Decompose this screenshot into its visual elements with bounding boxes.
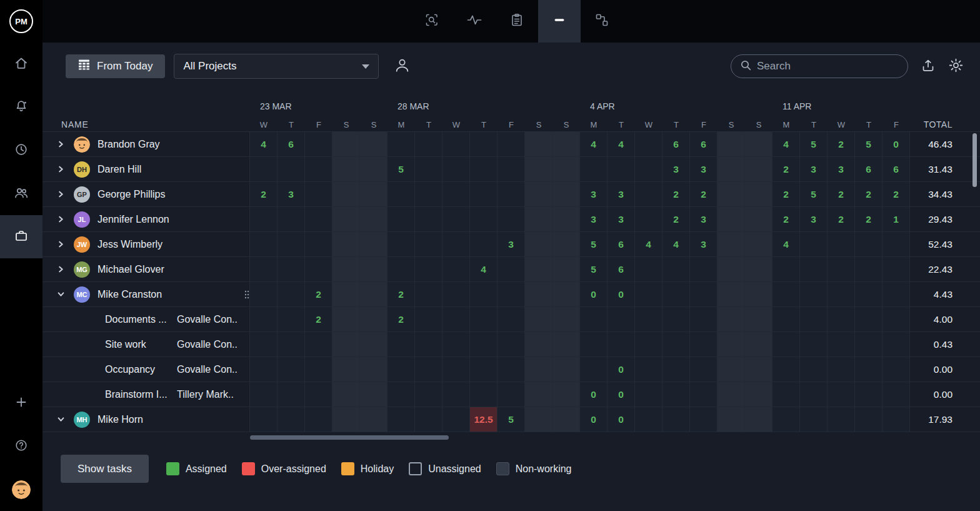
load-cell[interactable]: [718, 232, 745, 256]
expand-chevron-icon[interactable]: [52, 166, 69, 173]
load-cell[interactable]: 5: [855, 132, 882, 156]
load-cell[interactable]: 2: [855, 182, 882, 206]
load-cell[interactable]: [635, 207, 662, 231]
load-cell[interactable]: [442, 332, 470, 357]
load-cell[interactable]: [718, 182, 745, 206]
load-cell[interactable]: [552, 182, 580, 206]
sidebar-item-notifications[interactable]: [0, 86, 42, 129]
load-cell[interactable]: 0: [580, 407, 608, 432]
load-cell[interactable]: 2: [828, 207, 855, 231]
load-cell[interactable]: [332, 132, 360, 156]
load-cell[interactable]: [360, 132, 388, 156]
add-button[interactable]: [0, 382, 42, 425]
expand-chevron-icon[interactable]: [52, 191, 69, 198]
load-cell[interactable]: [635, 307, 662, 331]
load-cell[interactable]: [662, 332, 690, 357]
load-cell[interactable]: [552, 257, 580, 281]
load-cell[interactable]: [772, 282, 800, 306]
tab-workflow[interactable]: [581, 0, 623, 43]
load-cell[interactable]: [332, 207, 360, 231]
load-cell[interactable]: 3: [580, 182, 608, 206]
load-cell[interactable]: 2: [828, 132, 855, 156]
load-cell[interactable]: [525, 132, 552, 156]
load-cell[interactable]: 4: [250, 132, 278, 156]
load-cell[interactable]: [442, 407, 470, 432]
export-button[interactable]: [921, 59, 935, 74]
load-cell[interactable]: [745, 357, 772, 382]
load-cell[interactable]: [882, 232, 910, 256]
load-cell[interactable]: [718, 357, 745, 382]
load-cell[interactable]: [772, 407, 800, 432]
load-cell[interactable]: [250, 207, 278, 231]
vertical-scrollbar[interactable]: [972, 133, 977, 187]
load-cell[interactable]: [332, 357, 360, 382]
load-cell[interactable]: [388, 232, 415, 256]
load-cell[interactable]: [855, 407, 882, 432]
load-cell[interactable]: [388, 132, 415, 156]
load-cell[interactable]: 2: [772, 182, 800, 206]
load-cell[interactable]: [828, 407, 855, 432]
load-cell[interactable]: [388, 207, 415, 231]
tab-activity[interactable]: [453, 0, 496, 43]
load-cell[interactable]: [305, 132, 332, 156]
load-cell[interactable]: 4: [470, 257, 498, 281]
load-cell[interactable]: 0: [608, 407, 635, 432]
load-cell[interactable]: [332, 382, 360, 407]
load-cell[interactable]: [332, 332, 360, 357]
load-cell[interactable]: [745, 282, 772, 306]
load-cell[interactable]: [772, 332, 800, 357]
load-cell[interactable]: 4: [662, 232, 690, 256]
load-cell[interactable]: [800, 382, 828, 407]
load-cell[interactable]: [360, 332, 388, 357]
load-cell[interactable]: 5: [580, 232, 608, 256]
load-cell[interactable]: [882, 382, 910, 407]
load-cell[interactable]: 2: [690, 182, 718, 206]
load-cell[interactable]: 0: [608, 357, 635, 382]
task-row[interactable]: Documents ...Govalle Con..224.00: [42, 307, 980, 332]
expand-chevron-icon[interactable]: [52, 416, 69, 423]
load-cell[interactable]: [470, 207, 498, 231]
resource-row[interactable]: JLJennifer Lennon33232322129.43: [42, 207, 980, 232]
load-cell[interactable]: [498, 282, 525, 306]
load-cell[interactable]: [415, 182, 442, 206]
load-cell[interactable]: [305, 407, 332, 432]
load-cell[interactable]: [278, 232, 305, 256]
load-cell[interactable]: [608, 157, 635, 181]
load-cell[interactable]: [305, 382, 332, 407]
load-cell[interactable]: 2: [305, 307, 332, 331]
load-cell[interactable]: [278, 282, 305, 306]
load-cell[interactable]: [882, 332, 910, 357]
load-cell[interactable]: [442, 357, 470, 382]
load-cell[interactable]: [442, 282, 470, 306]
load-cell[interactable]: [690, 357, 718, 382]
load-cell[interactable]: [718, 332, 745, 357]
load-cell[interactable]: [360, 282, 388, 306]
load-cell[interactable]: 2: [855, 207, 882, 231]
load-cell[interactable]: 2: [388, 307, 415, 331]
load-cell[interactable]: 3: [690, 207, 718, 231]
expand-chevron-icon[interactable]: [52, 216, 69, 223]
load-cell[interactable]: [360, 182, 388, 206]
load-cell[interactable]: [662, 357, 690, 382]
load-cell[interactable]: 3: [828, 157, 855, 181]
sidebar-item-home[interactable]: [0, 43, 42, 86]
load-cell[interactable]: [305, 182, 332, 206]
load-cell[interactable]: 2: [882, 182, 910, 206]
load-cell[interactable]: 3: [800, 207, 828, 231]
load-cell[interactable]: [800, 257, 828, 281]
load-cell[interactable]: [305, 232, 332, 256]
load-cell[interactable]: [525, 157, 552, 181]
drag-handle-icon[interactable]: [244, 290, 249, 299]
load-cell[interactable]: [470, 282, 498, 306]
task-row[interactable]: OccupancyGovalle Con..00.00: [42, 357, 980, 382]
load-cell[interactable]: [580, 157, 608, 181]
load-cell[interactable]: [498, 182, 525, 206]
load-cell[interactable]: [525, 357, 552, 382]
load-cell[interactable]: [525, 232, 552, 256]
load-cell[interactable]: [278, 407, 305, 432]
load-cell[interactable]: [332, 182, 360, 206]
load-cell[interactable]: 2: [828, 182, 855, 206]
load-cell[interactable]: [828, 382, 855, 407]
from-today-button[interactable]: From Today: [66, 54, 165, 78]
load-cell[interactable]: [470, 157, 498, 181]
